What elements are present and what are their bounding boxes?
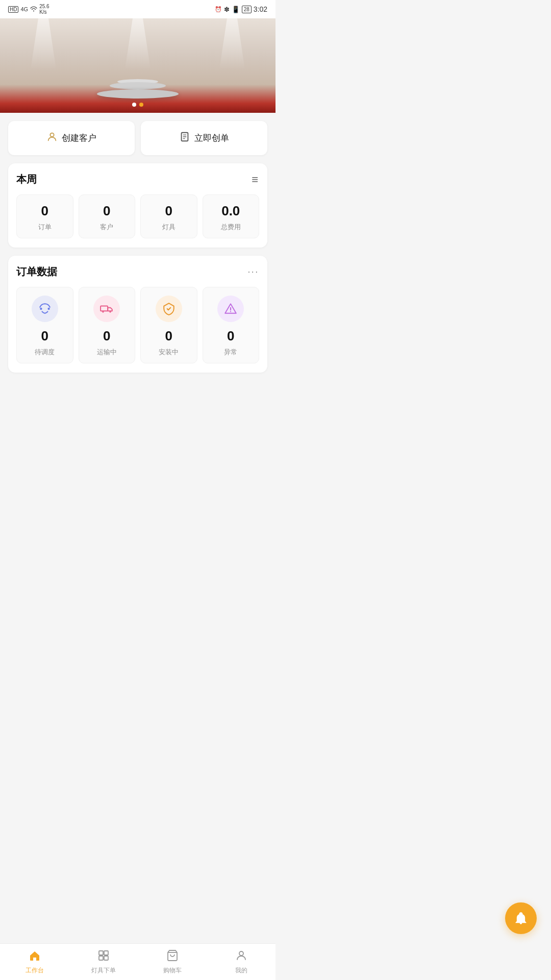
stat-orders: 0 订单	[16, 194, 73, 238]
stat-lights: 0 灯具	[140, 194, 197, 238]
this-week-section: 本周 ≡ 0 订单 0 客户 0 灯具 0.0 总费用	[8, 163, 267, 248]
create-customer-label: 创建客户	[62, 132, 96, 144]
order-installing[interactable]: 0 安装中	[140, 287, 197, 363]
banner-dots	[132, 103, 143, 107]
this-week-header: 本周 ≡	[16, 173, 259, 186]
order-data-more-icon[interactable]: ···	[248, 267, 259, 277]
order-data-section: 订单数据 ··· 0 待调度	[8, 256, 267, 373]
battery-icon: 28	[242, 6, 252, 13]
stat-customers: 0 客户	[79, 194, 136, 238]
stat-lights-label: 灯具	[162, 223, 176, 231]
alarm-icon: ⏰	[215, 6, 222, 13]
stat-customers-label: 客户	[100, 223, 113, 231]
transit-label: 运输中	[97, 348, 117, 356]
svg-point-6	[47, 308, 49, 310]
order-in-transit[interactable]: 0 运输中	[79, 287, 136, 363]
stat-orders-label: 订单	[38, 223, 52, 231]
stat-customers-value: 0	[83, 203, 131, 219]
stat-total-cost-label: 总费用	[221, 223, 241, 231]
create-order-button[interactable]: 立即创单	[141, 121, 267, 155]
installing-label: 安装中	[159, 348, 179, 356]
banner-stage	[97, 81, 179, 99]
svg-point-8	[103, 311, 104, 312]
order-icon	[179, 131, 190, 145]
order-data-header: 订单数据 ···	[16, 265, 259, 279]
svg-point-11	[230, 311, 231, 312]
abnormal-icon-wrap	[217, 296, 244, 322]
status-right: ⏰ ✽ 📱 28 3:02	[215, 5, 267, 13]
banner	[0, 18, 276, 113]
this-week-title: 本周	[16, 173, 37, 186]
order-data-title: 订单数据	[16, 265, 57, 279]
stage-middle	[110, 82, 166, 89]
customer-icon	[46, 131, 58, 145]
quick-actions: 创建客户 立即创单	[0, 113, 276, 163]
abnormal-value: 0	[207, 328, 255, 344]
order-pending[interactable]: 0 待调度	[16, 287, 73, 363]
pending-label: 待调度	[35, 348, 55, 356]
status-wifi	[30, 6, 37, 13]
order-abnormal[interactable]: 0 异常	[203, 287, 260, 363]
create-order-label: 立即创单	[194, 132, 229, 144]
status-left: HD 4G 25.6K/s	[8, 4, 49, 15]
abnormal-label: 异常	[224, 348, 237, 356]
status-speed: 25.6K/s	[39, 4, 49, 15]
pending-value: 0	[21, 328, 69, 344]
pending-icon-wrap	[32, 296, 58, 322]
svg-point-0	[50, 133, 54, 137]
installing-icon-wrap	[156, 296, 182, 322]
installing-value: 0	[145, 328, 193, 344]
stat-orders-value: 0	[21, 203, 69, 219]
status-bar: HD 4G 25.6K/s ⏰ ✽ 📱 28 3:02	[0, 0, 276, 18]
svg-rect-7	[101, 306, 108, 311]
stat-total-cost-value: 0.0	[207, 203, 255, 219]
spotlight-left	[31, 18, 56, 69]
transit-value: 0	[83, 328, 131, 344]
stats-grid: 0 订单 0 客户 0 灯具 0.0 总费用	[16, 194, 259, 238]
create-customer-button[interactable]: 创建客户	[8, 121, 135, 155]
svg-point-9	[110, 311, 111, 312]
order-data-grid: 0 待调度 0 运输中	[16, 287, 259, 363]
phone-icon: 📱	[232, 6, 240, 13]
this-week-menu-icon[interactable]: ≡	[252, 173, 259, 186]
status-signal: 4G	[20, 6, 28, 12]
banner-dot-1	[132, 103, 136, 107]
status-hd: HD	[8, 6, 18, 13]
stage-base	[97, 89, 179, 99]
time-display: 3:02	[254, 5, 267, 13]
stat-total-cost: 0.0 总费用	[203, 194, 260, 238]
bluetooth-icon: ✽	[224, 6, 230, 13]
svg-point-5	[40, 308, 42, 310]
banner-dot-2	[139, 103, 143, 107]
stat-lights-value: 0	[145, 203, 193, 219]
spotlight-right	[219, 18, 245, 69]
transit-icon-wrap	[93, 296, 120, 322]
spotlight-center	[125, 18, 151, 69]
